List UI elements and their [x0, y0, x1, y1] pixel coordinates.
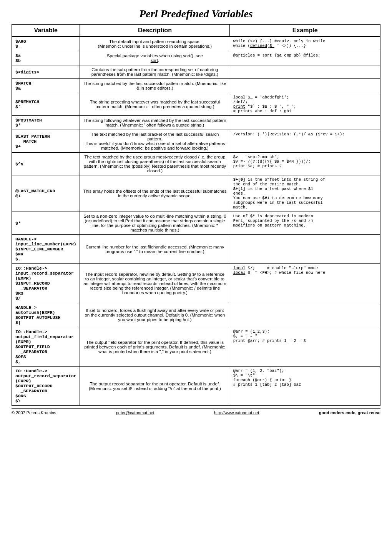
desc-cell: Set to a non-zero integer value to do mu… [80, 212, 230, 235]
var-cell: @LAST_MATCH_END@+ [12, 175, 80, 212]
table-row: IO::Handle->output_record_separator(EXPR… [12, 367, 380, 406]
table-row: @LAST_MATCH_END@+ This array holds the o… [12, 175, 380, 212]
var-cell: $<digits> [12, 65, 80, 79]
table-row: $MATCH$& The string matched by the last … [12, 79, 380, 93]
table-row: $ARG$_ The default input and pattern-sea… [12, 37, 380, 51]
variables-table: Variable Description Example $ARG$_ The … [12, 24, 380, 406]
example-cell: Use of $* is deprecated in modernPerl, s… [230, 212, 380, 235]
table-row: $* Set to a non-zero integer value to do… [12, 212, 380, 235]
var-cell: $PREMATCH$` [12, 93, 80, 116]
page-title: Perl Predefined Variables [12, 8, 380, 20]
example-cell: $v = "sep:2:match";$v =~ /(?:(d)(?{ $a =… [230, 153, 380, 175]
example-cell [230, 116, 380, 130]
table-row: $LAST_PATTERN _MATCH$+ The text matched … [12, 130, 380, 153]
col-header-example: Example [230, 24, 380, 37]
table-row: $POSTMATCH$' The string following whatev… [12, 116, 380, 130]
var-cell: IO::Handle->output_field_separator(EXPR)… [12, 327, 80, 367]
var-cell: $POSTMATCH$' [12, 116, 80, 130]
desc-cell: The text matched by the last bracket of … [80, 130, 230, 153]
var-cell: IO::Handle->output_record_separator(EXPR… [12, 367, 80, 406]
example-cell: while (<>) {...} #equiv. only in whilewh… [230, 37, 380, 51]
desc-cell: The input record separator, newline by d… [80, 264, 230, 303]
desc-cell: Current line number for the last filehan… [80, 235, 230, 264]
example-cell: /Version: (.*)|Revision: (.*)/ && ($rev … [230, 130, 380, 153]
table-row: HANDLE->input_line_number(EXPR)$INPUT_LI… [12, 235, 380, 264]
website-link[interactable]: http://www.catonmat.net [214, 410, 259, 415]
var-cell: $* [12, 212, 80, 235]
desc-cell: The string matched by the last successfu… [80, 79, 230, 93]
copyright: © 2007 Peteris Krumins [12, 410, 56, 415]
example-cell [230, 79, 380, 93]
table-row: $a$b Special package variables when usin… [12, 51, 380, 65]
var-cell: HANDLE->input_line_number(EXPR)$INPUT_LI… [12, 235, 80, 264]
var-cell: $^N [12, 153, 80, 175]
example-cell: @articles = sort {$a cmp $b} @files; [230, 51, 380, 65]
table-row: $PREMATCH$` The string preceding whateve… [12, 93, 380, 116]
var-cell: IO::Handle->input_record_separator(EXPR)… [12, 264, 80, 303]
example-cell: @arr = (1, 2, "baz");$\ = "\t"foreach (@… [230, 367, 380, 406]
table-row: IO::Handle->output_field_separator(EXPR)… [12, 327, 380, 367]
page-footer: © 2007 Peteris Krumins peter@catonmat.ne… [12, 408, 380, 415]
table-row: IO::Handle->input_record_separator(EXPR)… [12, 264, 380, 303]
var-cell: $ARG$_ [12, 37, 80, 51]
example-cell: local $/; # enable "slurp" modelocal $_ … [230, 264, 380, 303]
desc-cell: Special package variables when using sor… [80, 51, 230, 65]
col-header-variable: Variable [12, 24, 80, 37]
desc-cell: The string preceding whatever was matche… [80, 93, 230, 116]
desc-cell: If set to nonzero, forces a flush right … [80, 303, 230, 327]
desc-cell: This array holds the offsets of the ends… [80, 175, 230, 212]
var-cell: $MATCH$& [12, 79, 80, 93]
table-row: $<digits> Contains the sub-pattern from … [12, 65, 380, 79]
desc-cell: The default input and pattern-searching … [80, 37, 230, 51]
var-cell: HANDLE->autoflush(EXPR)$OUTPUT_AUTOFLUSH… [12, 303, 80, 327]
desc-cell: Contains the sub-pattern from the corres… [80, 65, 230, 79]
desc-cell: The output record separator for the prin… [80, 367, 230, 406]
var-cell: $LAST_PATTERN _MATCH$+ [12, 130, 80, 153]
example-cell: local $_ = 'abcdefghi';/def/;print "$` :… [230, 93, 380, 116]
example-cell [230, 65, 380, 79]
var-cell: $a$b [12, 51, 80, 65]
table-row: $^N The text matched by the used group m… [12, 153, 380, 175]
desc-cell: The output field separator for the print… [80, 327, 230, 367]
table-row: HANDLE->autoflush(EXPR)$OUTPUT_AUTOFLUSH… [12, 303, 380, 327]
example-cell: $+[0] is the offset into the string ofth… [230, 175, 380, 212]
example-cell [230, 235, 380, 264]
slogan: good coders code, great reuse [319, 410, 380, 415]
desc-cell: The text matched by the used group most-… [80, 153, 230, 175]
email-link[interactable]: peter@catonmat.net [116, 410, 154, 415]
example-cell [230, 303, 380, 327]
example-cell: @arr = (1,2,3);$, = " – "print @arr; # p… [230, 327, 380, 367]
col-header-description: Description [80, 24, 230, 37]
desc-cell: The string following whatever was matche… [80, 116, 230, 130]
